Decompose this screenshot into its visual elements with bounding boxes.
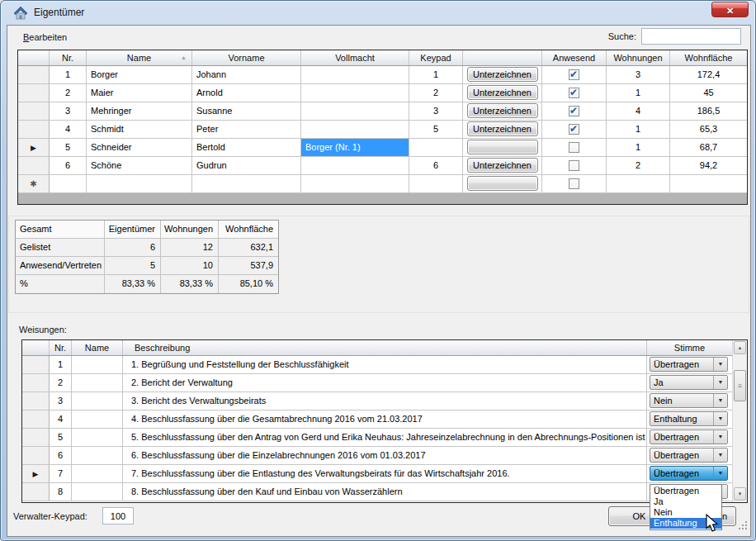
stimme-combobox[interactable]: Übertragen▼ [650,357,728,372]
cell-name[interactable]: Borger [87,66,192,83]
scroll-down-button[interactable]: ▼ [734,487,746,501]
resize-grip[interactable] [739,519,748,534]
cell-name[interactable] [72,374,123,392]
anwesend-checkbox[interactable]: ✔ [569,124,579,135]
cell-empty[interactable] [607,175,670,192]
weisungen-header-beschreibung[interactable]: Beschreibung [123,340,647,355]
cell-wohnungen[interactable]: 3 [607,66,670,83]
cell-keypad[interactable]: 5 [409,121,463,138]
owners-header-vollmacht[interactable]: Vollmacht [301,50,409,65]
weisungen-header-name[interactable]: Name [72,340,123,355]
cell-vollmacht[interactable]: Borger (Nr. 1) [301,139,409,156]
cell-keypad[interactable]: 6 [409,157,463,174]
close-button[interactable]: ✕ [711,2,749,17]
cell-nr[interactable]: 7 [50,465,72,482]
cell-wohnflaeche[interactable]: 172,4 [670,66,747,83]
stimme-combobox[interactable]: Übertragen▼ [650,448,728,463]
cell-nr[interactable]: 2 [50,84,87,102]
owners-header-wohnflaeche[interactable]: Wohnfläche [670,50,747,65]
cell-wohnflaeche[interactable]: 65,3 [670,121,747,138]
scrollbar-thumb[interactable]: ≡ [734,370,746,401]
cell-nr[interactable]: 1 [50,66,87,83]
dropdown-option[interactable]: Übertragen [650,486,721,496]
anwesend-checkbox[interactable] [569,160,579,171]
owners-header-corner[interactable] [18,50,50,65]
unterzeichnen-button[interactable]: Unterzeichnen [467,158,538,173]
cell-nr[interactable]: 4 [50,410,72,428]
anwesend-checkbox[interactable]: ✔ [569,88,579,98]
owners-header-nr[interactable]: Nr. [50,50,87,65]
row-indicator[interactable] [22,483,50,501]
cell-nr[interactable]: 8 [50,483,72,501]
row-indicator[interactable] [18,121,50,138]
cell-keypad[interactable]: 3 [409,102,463,120]
weisungen-scrollbar[interactable]: ▲ ≡ ▼ [732,340,747,502]
stimme-combobox[interactable]: Nein▼ [650,393,728,408]
cell-wohnungen[interactable]: 1 [607,84,670,102]
cell-vorname[interactable]: Gudrun [192,157,301,174]
cell-name[interactable]: Schneider [87,139,192,156]
cell-beschreibung[interactable]: 3. Bericht des Verwaltungsbeirats [123,392,647,410]
cell-vorname[interactable]: Arnold [192,84,301,102]
cell-vorname[interactable]: Susanne [192,102,301,120]
cell-empty[interactable] [301,175,409,192]
row-indicator[interactable]: ▶ [22,465,50,482]
cell-beschreibung[interactable]: 7. Beschlussfassung über die Entlastung … [123,465,647,482]
cell-nr[interactable]: 6 [50,447,72,464]
cell-wohnungen[interactable]: 2 [607,157,670,174]
row-indicator[interactable] [18,66,50,83]
cell-nr[interactable]: 6 [50,157,87,174]
cell-name[interactable] [72,429,123,446]
cell-vorname[interactable]: Bertold [192,139,301,156]
row-indicator[interactable]: ▶ [18,139,50,156]
anwesend-checkbox[interactable]: ✔ [569,69,579,80]
owners-header-anwesend[interactable]: Anwesend [542,50,607,65]
row-indicator[interactable] [22,356,50,373]
stimme-combobox[interactable]: Übertragen▼ [650,429,728,444]
cell-nr[interactable]: 5 [50,139,87,156]
cell-vollmacht[interactable] [301,157,409,174]
cell-wohnungen[interactable]: 1 [607,139,670,156]
row-indicator[interactable] [18,157,50,174]
cell-keypad[interactable] [409,139,463,156]
owners-header-vorname[interactable]: Vorname [192,50,301,65]
cell-beschreibung[interactable]: 4. Beschlussfassung über die Gesamtabrec… [123,410,647,428]
cell-vorname[interactable]: Peter [192,121,301,138]
unterzeichnen-button[interactable]: Unterzeichnen [467,85,538,100]
cell-empty[interactable] [87,175,192,192]
menu-bearbeiten[interactable]: Bearbeiten [19,29,71,45]
cell-nr[interactable]: 5 [50,429,72,446]
verwalter-keypad-input[interactable] [102,507,134,524]
row-indicator[interactable]: ✱ [18,175,50,192]
dropdown-option[interactable]: Ja [650,496,721,507]
owners-header-sign[interactable] [463,50,542,65]
cell-wohnflaeche[interactable]: 94,2 [670,157,747,174]
row-indicator[interactable] [18,84,50,102]
cell-keypad[interactable]: 1 [409,66,463,83]
cell-name[interactable]: Schmidt [87,121,192,138]
cell-wohnflaeche[interactable]: 68,7 [670,139,747,156]
row-indicator[interactable] [22,392,50,410]
cell-nr[interactable]: 3 [50,102,87,120]
row-indicator[interactable] [22,447,50,464]
cell-name[interactable] [72,447,123,464]
stimme-combobox[interactable]: Enthaltung▼ [650,411,728,426]
blank-button[interactable] [467,176,538,191]
cell-vollmacht[interactable] [301,121,409,138]
cell-vorname[interactable]: Johann [192,66,301,83]
cell-wohnungen[interactable]: 1 [607,121,670,138]
cell-nr[interactable]: 2 [50,374,72,392]
titlebar[interactable]: Eigentümer ✕ [1,1,755,25]
unterzeichnen-button[interactable]: Unterzeichnen [467,103,538,118]
cell-nr[interactable]: 3 [50,392,72,410]
owners-header-wohnungen[interactable]: Wohnungen [607,50,670,65]
cell-empty[interactable] [409,175,463,192]
anwesend-checkbox[interactable] [569,142,579,153]
cell-vollmacht[interactable] [301,84,409,102]
cell-beschreibung[interactable]: 1. Begrüßung und Feststellung der Beschl… [123,356,647,373]
cell-name[interactable]: Schöne [87,157,192,174]
cell-beschreibung[interactable]: 8. Beschlussfassung über den Kauf und Ei… [123,483,647,501]
cell-vollmacht[interactable] [301,66,409,83]
unterzeichnen-button[interactable]: Unterzeichnen [467,121,538,136]
stimme-combobox[interactable]: Übertragen▼ [650,466,728,481]
